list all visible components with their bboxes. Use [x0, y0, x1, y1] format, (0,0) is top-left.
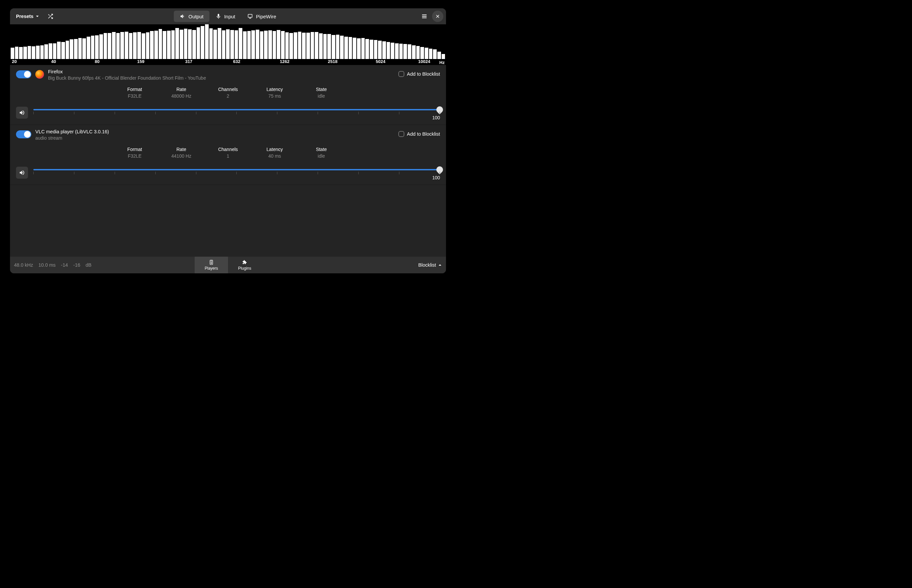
- slider-tick: [358, 111, 359, 114]
- tab-pipewire[interactable]: PipeWire: [241, 11, 282, 22]
- volume-value: 100: [433, 175, 440, 180]
- stat-value: F32LE: [123, 93, 146, 99]
- spectrum-bar: [180, 30, 183, 59]
- spectrum-bar: [277, 30, 280, 59]
- spectrum-bar: [285, 32, 289, 59]
- stat-channels: Channels1: [216, 147, 240, 159]
- footer-tab-players[interactable]: Players: [195, 257, 228, 273]
- spectrum-bar: [387, 42, 390, 59]
- spectrum-bar: [239, 28, 242, 59]
- add-to-blocklist-checkbox[interactable]: Add to Blocklist: [398, 131, 440, 137]
- player-enable-toggle[interactable]: [16, 130, 31, 138]
- stat-rate: Rate48000 Hz: [169, 87, 193, 99]
- spectrum-bar: [362, 38, 365, 59]
- spectrum-bar: [218, 28, 221, 59]
- spectrum-bar: [425, 48, 428, 59]
- svg-point-2: [211, 262, 212, 264]
- spectrum-bar: [315, 32, 318, 59]
- spectrum-bar: [36, 46, 40, 59]
- stat-latency: Latency75 ms: [263, 87, 286, 99]
- stat-label: Channels: [216, 147, 240, 152]
- spectrum-bar: [235, 30, 238, 59]
- spectrum-bar: [74, 39, 77, 59]
- spectrum-bar: [323, 34, 327, 59]
- hamburger-menu-button[interactable]: [419, 11, 430, 22]
- spectrum-bar: [383, 41, 386, 59]
- tab-input[interactable]: Input: [209, 11, 241, 22]
- volume-row: 100: [16, 167, 440, 179]
- footer-tab-plugins-label: Plugins: [238, 266, 251, 271]
- spectrum-bar: [82, 38, 86, 59]
- spectrum-bar: [57, 42, 61, 59]
- spectrum-bar: [69, 39, 73, 59]
- spectrum-bar: [420, 47, 424, 59]
- player-subtitle: audio stream: [36, 135, 394, 141]
- spectrum-bar: [188, 29, 192, 59]
- stat-label: Latency: [263, 87, 286, 92]
- stat-value: idle: [310, 153, 333, 159]
- footer-latency: 10.0 ms: [38, 262, 56, 268]
- spectrum-bar: [167, 31, 171, 59]
- footer: 48.0 kHz 10.0 ms -14 -16 dB Players Plug…: [10, 257, 446, 273]
- speaker-icon: [180, 13, 186, 19]
- spectrum-bar: [175, 28, 179, 59]
- spectrum-bar: [251, 30, 255, 59]
- slider-tick: [236, 111, 237, 114]
- slider-tick: [358, 172, 359, 174]
- stat-value: 40 ms: [263, 153, 286, 159]
- mute-button[interactable]: [16, 167, 28, 179]
- slider-tick: [399, 172, 399, 174]
- footer-db-unit: dB: [86, 262, 92, 268]
- slider-tick: [155, 172, 156, 174]
- footer-tab-plugins[interactable]: Plugins: [228, 257, 261, 273]
- presets-button[interactable]: Presets: [13, 12, 43, 21]
- spectrum-bar: [243, 31, 247, 59]
- add-to-blocklist-label: Add to Blocklist: [407, 71, 440, 77]
- close-window-button[interactable]: [432, 11, 443, 22]
- player-header: VLC media player (LibVLC 3.0.16)audio st…: [16, 129, 440, 141]
- spectrum-bar: [332, 35, 335, 59]
- stat-label: Rate: [169, 147, 193, 152]
- player-name: Firefox: [48, 69, 394, 74]
- player-info: FirefoxBig Buck Bunny 60fps 4K - Officia…: [48, 69, 394, 81]
- volume-slider[interactable]: 100: [33, 169, 440, 176]
- mute-button[interactable]: [16, 107, 28, 119]
- stat-label: State: [310, 147, 333, 152]
- stat-value: 1: [216, 153, 240, 159]
- spectrum-bar: [32, 46, 36, 59]
- stat-rate: Rate44100 Hz: [169, 147, 193, 159]
- freq-label: 80: [95, 59, 99, 64]
- freq-label: 2518: [328, 59, 337, 64]
- spectrum-bar: [289, 33, 293, 59]
- spectrum-bar: [416, 46, 420, 59]
- player-enable-toggle[interactable]: [16, 70, 31, 78]
- stat-label: Rate: [169, 87, 193, 92]
- spectrum-bar: [197, 27, 200, 59]
- slider-tick: [196, 172, 196, 174]
- svg-rect-0: [249, 15, 252, 17]
- volume-slider[interactable]: 100: [33, 109, 440, 116]
- freq-label: 40: [51, 59, 56, 64]
- shuffle-icon: [47, 13, 53, 19]
- blocklist-button[interactable]: Blocklist: [418, 262, 442, 268]
- slider-track: [33, 109, 440, 110]
- spectrum-bar: [11, 48, 15, 59]
- add-to-blocklist-checkbox[interactable]: Add to Blocklist: [398, 71, 440, 77]
- player-row: FirefoxBig Buck Bunny 60fps 4K - Officia…: [10, 65, 446, 125]
- spectrum-bar: [129, 33, 133, 59]
- spectrum-bar: [192, 30, 196, 59]
- spectrum-bar: [311, 32, 314, 59]
- stat-format: FormatF32LE: [123, 87, 146, 99]
- spectrum-bar: [53, 43, 56, 59]
- stat-latency: Latency40 ms: [263, 147, 286, 159]
- spectrum-bar: [353, 38, 356, 59]
- spectrum-bar: [264, 31, 268, 59]
- spectrum-bar: [19, 47, 23, 59]
- spectrum-bar: [87, 37, 90, 59]
- spectrum-freq-labels: 20408015931763212622518502410024: [10, 59, 446, 65]
- shuffle-presets-button[interactable]: [44, 11, 56, 21]
- freq-label: 1262: [280, 59, 290, 64]
- tab-output[interactable]: Output: [174, 11, 209, 22]
- spectrum-bar: [336, 35, 340, 59]
- footer-stats: 48.0 kHz 10.0 ms -14 -16 dB: [14, 262, 92, 268]
